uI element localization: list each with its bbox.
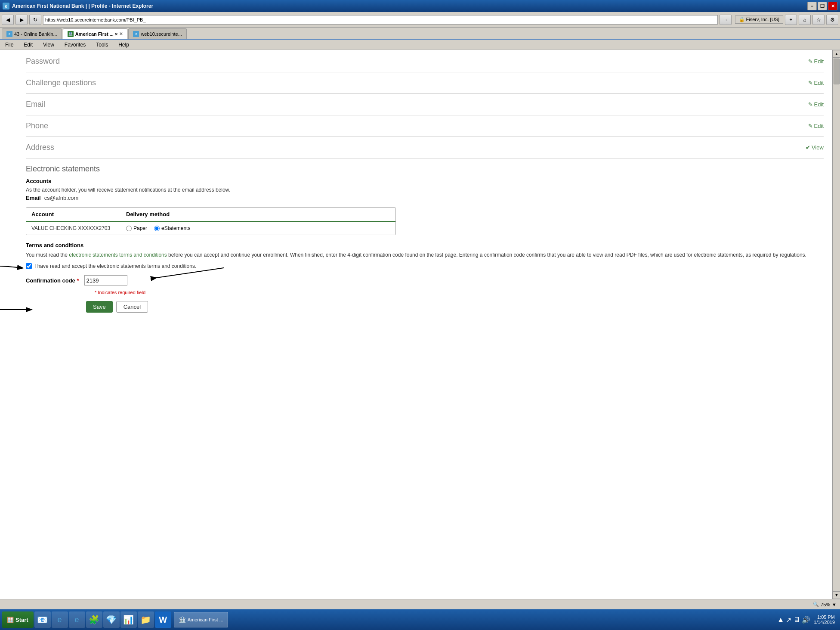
- paper-radio[interactable]: [126, 226, 132, 231]
- cancel-button[interactable]: Cancel: [116, 301, 148, 313]
- taskbar-icon-gem[interactable]: 💎: [103, 611, 120, 628]
- start-button[interactable]: 🪟 Start: [2, 611, 34, 628]
- clock-date: 1/14/2019: [814, 620, 835, 625]
- table-header: Account Delivery method: [26, 208, 395, 222]
- address-title: Address: [26, 143, 54, 152]
- favorites-button[interactable]: ☆: [812, 15, 825, 25]
- delivery-cell: Paper eStatements: [126, 225, 390, 231]
- restore-button[interactable]: ❐: [818, 2, 827, 10]
- tray-icon-speaker: 🔊: [802, 616, 810, 624]
- zoom-icon: 🔍: [813, 602, 819, 607]
- email-edit-icon: ✎: [808, 101, 813, 108]
- address-section: Address ✔ View: [26, 137, 824, 158]
- password-title: Password: [26, 57, 60, 66]
- electronic-statements-section: Electronic statements Accounts As the ac…: [26, 158, 824, 313]
- fiserv-tab[interactable]: 🔒 Fiserv, Inc. [US]: [735, 16, 783, 24]
- email-edit-link[interactable]: ✎ Edit: [808, 101, 824, 108]
- taskbar-icon-email[interactable]: 📧: [34, 611, 51, 628]
- col-account-header: Account: [31, 211, 126, 217]
- email-section: Email ✎ Edit: [26, 94, 824, 115]
- tab-online-banking[interactable]: e 43 - Online Bankin...: [2, 28, 62, 39]
- accounts-desc: As the account holder, you will receive …: [26, 187, 824, 193]
- zoom-dropdown-icon[interactable]: ▼: [832, 602, 837, 607]
- address-bar: ◀ ▶ ↻ → 🔒 Fiserv, Inc. [US] + ⌂ ☆ ⚙: [0, 12, 840, 28]
- col-delivery-header: Delivery method: [126, 211, 390, 217]
- phone-section: Phone ✎ Edit: [26, 115, 824, 137]
- menu-edit[interactable]: Edit: [22, 41, 34, 49]
- save-button[interactable]: Save: [86, 301, 113, 313]
- status-bar: 🔍 75% ▼: [0, 599, 840, 609]
- go-button[interactable]: →: [720, 15, 732, 25]
- home-button[interactable]: ⌂: [799, 15, 811, 25]
- accounts-label: Accounts: [26, 178, 824, 184]
- confirm-code-row: Confirmation code *: [26, 275, 824, 286]
- title-bar: e American First National Bank | | Profi…: [0, 0, 840, 12]
- tab-american-first[interactable]: 🏦 American First ... × ✕: [63, 28, 128, 39]
- settings-button[interactable]: ⚙: [826, 15, 838, 25]
- forward-button[interactable]: ▶: [15, 15, 28, 25]
- tab-secureinte[interactable]: e web10.secureinte...: [128, 28, 186, 39]
- scroll-down-button[interactable]: ▼: [833, 591, 840, 599]
- account-cell: VALUE CHECKING XXXXXX2703: [31, 225, 126, 231]
- menu-file[interactable]: File: [3, 41, 15, 49]
- start-icon: 🪟: [7, 617, 14, 623]
- terms-label: Terms and conditions: [26, 242, 824, 248]
- address-view-link[interactable]: ✔ View: [806, 144, 824, 151]
- checkbox-label: I have read and accept the electronic st…: [34, 263, 196, 269]
- email-field-value: cs@afnb.com: [44, 195, 79, 201]
- taskbar-icon-puzzle[interactable]: 🧩: [86, 611, 102, 628]
- taskbar-right: ▲ ↗ 🖥 🔊 1:05 PM 1/14/2019: [774, 609, 838, 630]
- menu-view[interactable]: View: [41, 41, 56, 49]
- phone-title: Phone: [26, 121, 48, 130]
- taskbar-icon-spreadsheet[interactable]: 📊: [120, 611, 137, 628]
- taskbar-browser-label: American First ...: [188, 617, 223, 622]
- email-row: Email cs@afnb.com: [26, 195, 824, 201]
- close-button[interactable]: ✕: [828, 2, 837, 10]
- taskbar-browser-tab[interactable]: 🏦 American First ...: [174, 612, 228, 627]
- password-section: Password ✎ Edit: [26, 54, 824, 72]
- challenge-questions-edit-link[interactable]: ✎ Edit: [808, 80, 824, 86]
- table-row: VALUE CHECKING XXXXXX2703 Paper eStateme…: [26, 222, 395, 235]
- confirmation-code-input[interactable]: [84, 275, 127, 286]
- taskbar-icon-ie2[interactable]: e: [69, 611, 85, 628]
- url-input[interactable]: [43, 15, 718, 25]
- challenge-edit-icon: ✎: [808, 80, 813, 86]
- menu-favorites[interactable]: Favorites: [63, 41, 87, 49]
- estatements-radio-group: eStatements: [154, 225, 190, 231]
- back-button[interactable]: ◀: [2, 15, 14, 25]
- terms-desc: You must read the electronic statements …: [26, 251, 824, 259]
- vertical-scrollbar[interactable]: ▲ ▼: [832, 50, 840, 599]
- window-title: American First National Bank | | Profile…: [12, 3, 153, 9]
- required-note: * Indicates required field: [95, 290, 824, 295]
- add-tab-button[interactable]: +: [785, 15, 797, 25]
- taskbar: 🪟 Start 📧 e e 🧩 💎 📊 📁 W 🏦 American First…: [0, 609, 840, 630]
- taskbar-icon-ie[interactable]: e: [52, 611, 68, 628]
- estatements-radio[interactable]: [154, 226, 160, 231]
- phone-edit-link[interactable]: ✎ Edit: [808, 123, 824, 129]
- email-field-label: Email: [26, 195, 41, 201]
- tab-favicon-1: e: [6, 31, 12, 37]
- challenge-questions-section: Challenge questions ✎ Edit: [26, 72, 824, 94]
- button-row: Save Cancel: [86, 301, 824, 313]
- scroll-thumb[interactable]: [834, 59, 840, 84]
- taskbar-icon-file[interactable]: 📁: [138, 611, 154, 628]
- save-arrow: [0, 301, 34, 318]
- estatements-label: eStatements: [161, 225, 190, 231]
- challenge-questions-title: Challenge questions: [26, 78, 96, 87]
- content-wrapper: Password ✎ Edit Challenge questions ✎ Ed…: [0, 50, 840, 599]
- zoom-control[interactable]: 🔍 75% ▼: [813, 602, 837, 607]
- password-edit-link[interactable]: ✎ Edit: [808, 58, 824, 65]
- refresh-button[interactable]: ↻: [29, 15, 41, 25]
- taskbar-icon-word[interactable]: W: [155, 611, 171, 628]
- minimize-button[interactable]: −: [807, 2, 817, 10]
- terms-checkbox[interactable]: [26, 263, 32, 269]
- menu-tools[interactable]: Tools: [94, 41, 110, 49]
- required-star: *: [77, 277, 79, 284]
- app-icon: e: [3, 3, 9, 9]
- terms-link[interactable]: electronic statements terms and conditio…: [69, 252, 167, 258]
- main-content: Password ✎ Edit Challenge questions ✎ Ed…: [0, 50, 832, 599]
- scroll-up-button[interactable]: ▲: [833, 50, 840, 58]
- email-title: Email: [26, 100, 45, 109]
- menu-help[interactable]: Help: [117, 41, 131, 49]
- tab-close-icon[interactable]: ✕: [119, 31, 123, 36]
